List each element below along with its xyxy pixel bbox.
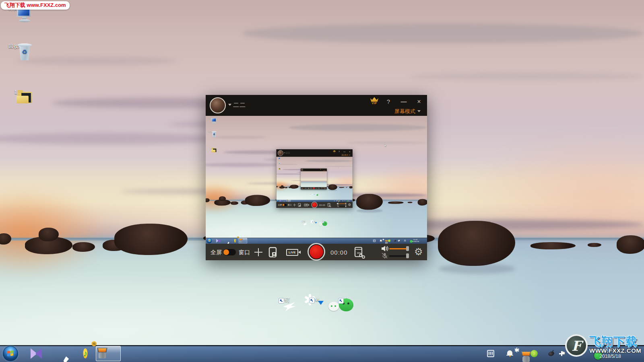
start-button xyxy=(277,200,278,202)
tray-qq-music-icon: ♪ xyxy=(339,200,340,201)
mic-knob[interactable] xyxy=(406,253,409,258)
record-button[interactable] xyxy=(308,243,325,261)
camera-overlay-button[interactable] xyxy=(268,247,277,259)
mic-muted-icon xyxy=(337,205,339,208)
tray-qq-music-icon: ♪ xyxy=(388,239,390,242)
desktop-shortcut-dingtalk: 钉钉 xyxy=(297,220,310,223)
close-button: × xyxy=(348,150,351,154)
tray-qq-music-icon[interactable]: ♪ xyxy=(530,350,538,357)
record-timer: 00:00 xyxy=(330,249,348,256)
wallpaper xyxy=(206,116,427,244)
fullscreen-label: 全屏 xyxy=(211,249,222,256)
crown-icon xyxy=(320,169,321,169)
recorder-badge: 拍 xyxy=(91,341,97,346)
record-button xyxy=(313,187,315,189)
user-avatar[interactable] xyxy=(210,97,226,113)
taskbar-app-notes xyxy=(283,200,285,202)
capture-mode-toggle xyxy=(303,188,304,189)
titlebar[interactable]: 二二 VIP ? — × 屏幕模式 xyxy=(206,95,427,116)
live-button: LIVE xyxy=(304,204,308,206)
crown-icon xyxy=(370,97,378,102)
system-volume[interactable] xyxy=(381,245,410,252)
account-caret-icon[interactable] xyxy=(228,104,231,106)
help-button[interactable]: ? xyxy=(384,97,393,106)
mic-muted-icon xyxy=(322,188,322,189)
shortcut-arrow-icon xyxy=(313,194,314,195)
audio-controls xyxy=(381,245,410,259)
chevron-down-icon xyxy=(417,110,421,112)
camera-overlay-button xyxy=(308,187,309,189)
minimize-button: — xyxy=(324,169,325,170)
qq-music-icon: ♪ xyxy=(83,348,88,360)
tray-recorder-icon[interactable] xyxy=(520,350,527,357)
mic-track[interactable] xyxy=(389,255,408,257)
minimize-button[interactable]: — xyxy=(399,97,408,106)
record-timer: 00:00 xyxy=(319,204,325,206)
desktop-icon-folder-1[interactable]: 1 xyxy=(0,89,31,95)
minimize-button: — xyxy=(343,150,346,154)
sky-glow xyxy=(240,173,372,208)
record-control-bar: 全屏 窗口 LIVE 00:00 xyxy=(277,202,353,208)
add-source-button xyxy=(293,204,296,206)
tray-keyboard-icon xyxy=(334,200,335,201)
camera-overlay-button xyxy=(298,203,301,208)
clip-edit-button xyxy=(318,187,320,189)
close-button[interactable]: × xyxy=(415,97,423,106)
clip-edit-button[interactable] xyxy=(354,247,365,260)
kmplayer-icon xyxy=(216,239,220,243)
shortcut-arrow-icon xyxy=(309,298,315,303)
capture-mode-toggle[interactable] xyxy=(223,249,236,255)
qq-music-icon: ♪ xyxy=(286,200,287,202)
recorder-badge: 拍 xyxy=(287,200,288,200)
volume-knob xyxy=(345,203,346,204)
taskbar-app-qq-music: ♪ xyxy=(285,200,287,202)
help-button: ? xyxy=(338,150,341,154)
vip-button[interactable]: VIP xyxy=(369,97,380,106)
taskbar: ♪ 拍 ♪ ⚑ 20:04 2018 xyxy=(277,200,353,202)
taskbar-app-qq-music[interactable]: ♪ xyxy=(76,346,94,361)
capture-preview xyxy=(301,171,327,187)
taskbar-app-notes[interactable] xyxy=(52,346,69,361)
icon-label: 计算机 xyxy=(277,158,280,158)
clock-time: 20:04 xyxy=(348,200,349,201)
taskbar-app-qq-music: ♪ xyxy=(232,238,238,243)
fxxz-logo: F xyxy=(565,334,588,357)
icon-label: 回收站 xyxy=(206,131,217,133)
account-caret-icon xyxy=(303,170,304,170)
window-label: 窗口 xyxy=(305,188,306,189)
crown-icon xyxy=(333,150,336,152)
large-rock xyxy=(356,194,383,210)
clock-date: 2018/5/18 xyxy=(412,241,419,243)
close-button: × xyxy=(325,169,326,170)
live-button[interactable]: LIVE xyxy=(286,249,298,256)
start-button[interactable] xyxy=(3,346,18,361)
horizon-line xyxy=(206,200,427,201)
volume-track[interactable] xyxy=(389,248,408,249)
chevron-down-icon xyxy=(326,171,326,171)
tray-recorder-icon xyxy=(384,239,387,242)
tray-action-center-flag-icon: ⚑ xyxy=(398,239,401,242)
volume-knob xyxy=(324,187,325,188)
desktop-shortcut-wechat[interactable]: 微信 xyxy=(327,296,361,304)
mic-volume[interactable] xyxy=(381,253,410,259)
volume-knob[interactable] xyxy=(406,246,409,251)
settings-gear-icon[interactable]: ⚙ xyxy=(414,246,423,257)
tray-action-center-flag-icon: ⚑ xyxy=(343,200,343,201)
vip-button: VIP xyxy=(332,150,336,153)
taskbar-clock: 20:04 2018/5/18 xyxy=(410,239,421,243)
tray-keyboard-icon[interactable] xyxy=(487,350,494,357)
taskbar-app-kmplayer[interactable] xyxy=(27,346,45,361)
volume-track xyxy=(339,204,346,204)
capture-mode-select[interactable]: 屏幕模式 xyxy=(394,108,421,115)
screen-recorder-window: 二二 VIP ? — × 屏幕模式 xyxy=(206,95,427,260)
taskbar-app-kmplayer xyxy=(215,238,221,243)
record-button xyxy=(312,202,318,208)
username: 二二 xyxy=(304,169,305,170)
windows-logo-icon xyxy=(208,240,211,242)
taskbar-app-screen-recorder-active[interactable]: 拍 xyxy=(96,346,121,361)
desktop-icon-recycle-bin[interactable]: ♻ 回收站 xyxy=(0,43,31,49)
add-source-button[interactable] xyxy=(254,248,262,256)
speaker-icon xyxy=(322,187,322,188)
speaker-icon xyxy=(337,203,339,205)
audio-controls xyxy=(337,202,347,208)
